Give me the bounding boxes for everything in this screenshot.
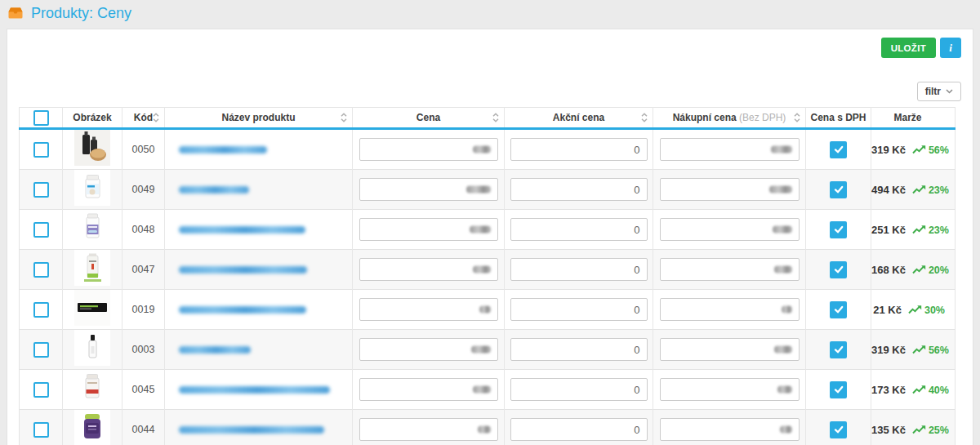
row-checkbox[interactable] bbox=[33, 382, 49, 398]
column-header-price[interactable]: Cena bbox=[353, 108, 505, 129]
vat-checkbox[interactable] bbox=[830, 421, 847, 438]
price-input[interactable] bbox=[359, 338, 498, 361]
row-image-cell bbox=[63, 370, 122, 410]
product-image[interactable] bbox=[74, 130, 110, 166]
vat-checkbox[interactable] bbox=[830, 301, 847, 318]
sale-price-input[interactable]: 0 bbox=[510, 138, 648, 161]
column-header-name[interactable]: Název produktu bbox=[165, 108, 353, 129]
product-name-redacted[interactable] bbox=[179, 426, 324, 434]
filter-row: filtr bbox=[7, 82, 973, 101]
filter-button-label: filtr bbox=[925, 86, 941, 97]
product-code: 0048 bbox=[122, 210, 165, 250]
purchase-price-input[interactable] bbox=[660, 178, 800, 201]
sale-price-input[interactable]: 0 bbox=[510, 378, 648, 401]
row-image-cell bbox=[63, 250, 122, 290]
purchase-price-input[interactable] bbox=[660, 298, 800, 321]
product-name-redacted[interactable] bbox=[179, 386, 330, 394]
purchase-price-input[interactable] bbox=[660, 258, 800, 281]
table-body: 0050 0 319 Kč56% bbox=[20, 129, 956, 445]
row-price-cell bbox=[353, 250, 505, 290]
row-price-cell bbox=[353, 210, 505, 250]
purchase-price-input[interactable] bbox=[660, 378, 800, 401]
margin-percent: 56% bbox=[929, 145, 949, 156]
margin-percent: 23% bbox=[929, 225, 949, 236]
product-name-redacted[interactable] bbox=[179, 226, 305, 234]
sale-price-input[interactable]: 0 bbox=[510, 258, 648, 281]
product-code: 0044 bbox=[122, 410, 165, 445]
vat-checkbox[interactable] bbox=[830, 381, 847, 398]
row-vat-cell bbox=[806, 330, 871, 370]
product-name-redacted[interactable] bbox=[179, 186, 249, 194]
price-input[interactable] bbox=[359, 218, 498, 241]
product-name-redacted[interactable] bbox=[179, 146, 267, 154]
trend-up-icon bbox=[912, 423, 926, 437]
sale-price-input[interactable]: 0 bbox=[510, 418, 648, 441]
row-price-cell bbox=[353, 129, 505, 170]
margin-price: 21 Kč bbox=[873, 304, 902, 316]
price-input[interactable] bbox=[359, 178, 498, 201]
product-code: 0045 bbox=[122, 370, 165, 410]
save-button[interactable]: ULOŽIT bbox=[881, 38, 936, 58]
trend-up-icon bbox=[908, 303, 922, 317]
vat-checkbox[interactable] bbox=[830, 141, 847, 158]
sort-icon bbox=[640, 112, 648, 123]
price-input[interactable] bbox=[359, 418, 498, 441]
toolbar: ULOŽIT i bbox=[7, 29, 973, 58]
margin-price: 319 Kč bbox=[871, 344, 906, 356]
sale-price-input[interactable]: 0 bbox=[510, 338, 648, 361]
product-name-redacted[interactable] bbox=[179, 346, 251, 354]
sale-price-value: 0 bbox=[634, 344, 639, 356]
price-value-redacted bbox=[473, 266, 491, 274]
info-button[interactable]: i bbox=[940, 38, 961, 58]
row-select-cell bbox=[20, 410, 63, 445]
price-input[interactable] bbox=[359, 258, 498, 281]
product-code: 0047 bbox=[122, 250, 165, 290]
column-header-image: Obrázek bbox=[63, 108, 122, 129]
purchase-price-input[interactable] bbox=[660, 218, 800, 241]
price-value-redacted bbox=[473, 146, 491, 154]
sale-price-input[interactable]: 0 bbox=[510, 298, 648, 321]
sale-price-input[interactable]: 0 bbox=[510, 218, 648, 241]
row-sale-price-cell: 0 bbox=[505, 210, 653, 250]
sale-price-input[interactable]: 0 bbox=[510, 178, 648, 201]
purchase-price-input[interactable] bbox=[660, 138, 800, 161]
column-header-sale-price[interactable]: Akční cena bbox=[505, 108, 653, 129]
row-checkbox[interactable] bbox=[33, 142, 49, 158]
row-checkbox[interactable] bbox=[33, 422, 49, 438]
product-image[interactable] bbox=[74, 250, 110, 286]
row-checkbox[interactable] bbox=[33, 302, 49, 318]
price-input[interactable] bbox=[359, 298, 498, 321]
purchase-price-input[interactable] bbox=[660, 418, 800, 441]
vat-checkbox[interactable] bbox=[830, 261, 847, 278]
row-vat-cell bbox=[806, 410, 871, 445]
row-checkbox[interactable] bbox=[33, 342, 49, 358]
product-image[interactable] bbox=[74, 290, 110, 326]
margin-percent: 40% bbox=[929, 385, 949, 396]
product-image[interactable] bbox=[74, 330, 110, 366]
product-image[interactable] bbox=[74, 170, 110, 206]
row-checkbox[interactable] bbox=[33, 262, 49, 278]
row-checkbox[interactable] bbox=[33, 182, 49, 198]
row-name-cell bbox=[165, 210, 353, 250]
column-header-purchase-price[interactable]: Nákupní cena (Bez DPH) bbox=[653, 108, 806, 129]
vat-checkbox[interactable] bbox=[830, 341, 847, 358]
filter-button[interactable]: filtr bbox=[917, 82, 961, 101]
price-input[interactable] bbox=[359, 378, 498, 401]
vat-checkbox[interactable] bbox=[830, 221, 847, 238]
select-all-checkbox[interactable] bbox=[33, 110, 49, 126]
row-select-cell bbox=[20, 129, 63, 170]
row-image-cell bbox=[63, 290, 122, 330]
row-checkbox[interactable] bbox=[33, 222, 49, 238]
product-name-redacted[interactable] bbox=[179, 266, 307, 274]
column-header-code[interactable]: Kód bbox=[122, 108, 165, 129]
product-image[interactable] bbox=[74, 410, 110, 445]
sale-price-value: 0 bbox=[634, 184, 639, 196]
product-image[interactable] bbox=[74, 370, 110, 406]
purchase-price-input[interactable] bbox=[660, 338, 800, 361]
vat-checkbox[interactable] bbox=[830, 181, 847, 198]
table-row: 0003 0 319 Kč56% bbox=[20, 330, 956, 370]
product-image[interactable] bbox=[74, 210, 110, 246]
product-name-redacted[interactable] bbox=[179, 306, 306, 314]
purchase-price-value-redacted bbox=[774, 346, 792, 354]
price-input[interactable] bbox=[359, 138, 498, 161]
